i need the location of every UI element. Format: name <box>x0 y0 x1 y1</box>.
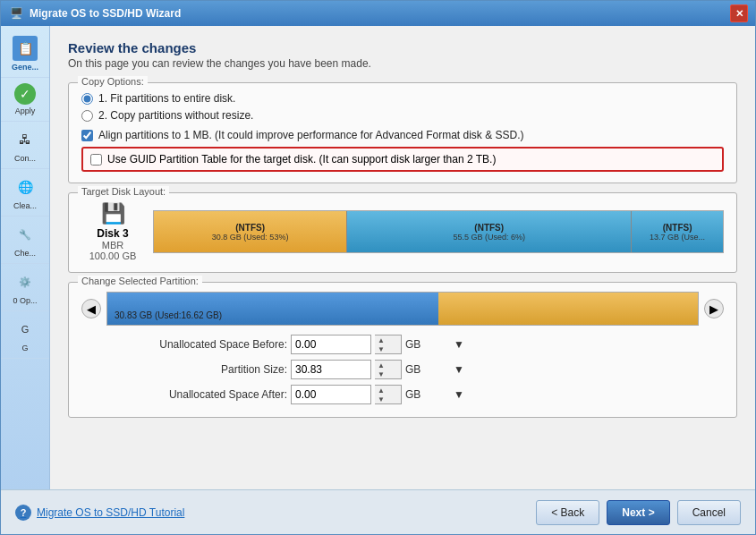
sidebar-label-g: G <box>21 344 28 352</box>
partition-size-field-label: Partition Size: <box>108 363 287 376</box>
copy-options-label: Copy Options: <box>78 76 148 87</box>
page-subtitle: On this page you can review the changes … <box>68 57 737 70</box>
sidebar-label-clean: Clea... <box>13 201 37 210</box>
cancel-button[interactable]: Cancel <box>677 500 741 525</box>
partition-1-size: 30.8 GB (Used: 53%) <box>212 233 289 242</box>
disk-layout-label: Target Disk Layout: <box>78 186 169 197</box>
checkbox-guid[interactable] <box>90 154 102 166</box>
disk-layout-section: Target Disk Layout: 💾 Disk 3 MBR 100.00 … <box>68 192 737 273</box>
partition-bar: (NTFS) 30.8 GB (Used: 53%) (NTFS) 55.5 G… <box>153 210 724 253</box>
radio-option-1[interactable]: 1. Fit partitions to entire disk. <box>81 92 724 105</box>
sidebar-label-apply: Apply <box>15 106 36 115</box>
disk-icon: 💾 <box>81 202 144 225</box>
copy-options-section: Copy Options: 1. Fit partitions to entir… <box>68 82 737 183</box>
unallocated-before-up[interactable]: ▲ <box>375 335 387 344</box>
radio-label-2: 2. Copy partitions without resize. <box>98 109 253 122</box>
help-icon: ? <box>15 505 31 521</box>
partition-3-type: (NTFS) <box>663 223 692 233</box>
sidebar-label-check: Che... <box>14 249 36 258</box>
sidebar-icon-general: 📋 <box>13 36 38 61</box>
unallocated-before-dropdown[interactable]: ▼ <box>454 338 480 351</box>
sidebar-item-apply[interactable]: ✓ Apply <box>1 78 49 122</box>
sidebar-icon-copy: 🖧 <box>13 127 38 152</box>
sidebar-item-copy[interactable]: 🖧 Con... <box>1 122 49 169</box>
unallocated-after-up[interactable]: ▲ <box>375 386 387 395</box>
checkbox-align-label: Align partitions to 1 MB. (It could impr… <box>98 129 524 141</box>
main-content: 📋 Gene... ✓ Apply 🖧 Con... 🌐 Clea... 🔧 C… <box>1 26 755 489</box>
radio-input-2[interactable] <box>81 110 93 122</box>
sidebar-icon-zero: ⚙️ <box>13 269 38 294</box>
partition-slider-row: ◀ 30.83 GB (Used:16.62 GB) ▶ <box>81 292 724 326</box>
sidebar-icon-g: G <box>13 317 38 342</box>
partition-2[interactable]: (NTFS) 55.5 GB (Used: 6%) <box>347 211 632 252</box>
radio-group: 1. Fit partitions to entire disk. 2. Cop… <box>81 92 724 122</box>
partition-visual: 30.83 GB (Used:16.62 GB) <box>106 292 699 326</box>
partition-2-size: 55.5 GB (Used: 6%) <box>453 233 525 242</box>
sidebar-label-general: Gene... <box>12 63 38 72</box>
sidebar: 📋 Gene... ✓ Apply 🖧 Con... 🌐 Clea... 🔧 C… <box>1 26 50 489</box>
disk-type: MBR <box>81 240 144 251</box>
sidebar-icon-check: 🔧 <box>13 222 38 247</box>
content-panel: Review the changes On this page you can … <box>50 26 755 489</box>
sidebar-item-general[interactable]: 📋 Gene... <box>1 30 49 78</box>
page-title: Review the changes <box>68 40 737 55</box>
partition-fields: Unallocated Space Before: ▲ ▼ GB ▼ Parti… <box>108 335 724 404</box>
back-button[interactable]: < Back <box>536 500 599 525</box>
unallocated-after-spinner: ▲ ▼ <box>375 385 402 404</box>
disk-row: 💾 Disk 3 MBR 100.00 GB (NTFS) 30.8 GB (U… <box>81 202 724 261</box>
unallocated-after-dropdown[interactable]: ▼ <box>454 388 480 401</box>
next-button[interactable]: Next > <box>607 500 669 525</box>
disk-size: 100.00 GB <box>81 251 144 261</box>
partition-1[interactable]: (NTFS) 30.8 GB (Used: 53%) <box>154 211 347 252</box>
partition-size-spinner: ▲ ▼ <box>375 360 402 379</box>
unallocated-after-label: Unallocated Space After: <box>108 388 287 401</box>
partition-size-up[interactable]: ▲ <box>375 361 387 369</box>
radio-option-2[interactable]: 2. Copy partitions without resize. <box>81 109 724 122</box>
unallocated-before-input[interactable] <box>291 335 371 354</box>
sidebar-label-copy: Con... <box>14 154 36 163</box>
window-title: Migrate OS to SSD/HD Wizard <box>30 7 730 20</box>
partition-2-type: (NTFS) <box>474 223 504 233</box>
slider-left-arrow[interactable]: ◀ <box>81 299 101 318</box>
title-icon: 🖥️ <box>8 5 24 21</box>
unallocated-before-label: Unallocated Space Before: <box>108 338 287 351</box>
unallocated-after-input[interactable] <box>291 385 371 404</box>
change-partition-label: Change Selected Partition: <box>78 276 202 286</box>
partition-size-dropdown[interactable]: ▼ <box>454 363 480 376</box>
sidebar-item-zero[interactable]: ⚙️ 0 Op... <box>1 264 49 311</box>
partition-3-size: 13.7 GB (Use... <box>650 233 705 242</box>
partition-size-label: 30.83 GB (Used:16.62 GB) <box>115 310 222 320</box>
main-window: 🖥️ Migrate OS to SSD/HD Wizard ✕ 📋 Gene.… <box>0 0 756 535</box>
help-link-text: Migrate OS to SSD/HD Tutorial <box>37 506 184 519</box>
checkbox-align[interactable] <box>81 130 93 141</box>
radio-input-1[interactable] <box>81 93 93 105</box>
unallocated-before-unit: GB <box>405 338 450 351</box>
unallocated-before-spinner: ▲ ▼ <box>375 335 402 354</box>
sidebar-label-zero: 0 Op... <box>13 296 37 305</box>
sidebar-item-g[interactable]: G G <box>1 311 49 359</box>
partition-size-down[interactable]: ▼ <box>375 369 387 378</box>
partition-size-input[interactable] <box>291 360 371 379</box>
unallocated-before-down[interactable]: ▼ <box>375 344 387 353</box>
checkbox-guid-label: Use GUID Partition Table for the target … <box>107 153 496 166</box>
partition-1-type: (NTFS) <box>235 223 265 233</box>
help-link[interactable]: ? Migrate OS to SSD/HD Tutorial <box>15 505 184 521</box>
radio-label-1: 1. Fit partitions to entire disk. <box>98 92 235 105</box>
partition-3[interactable]: (NTFS) 13.7 GB (Use... <box>632 211 723 252</box>
checkbox-align-row[interactable]: Align partitions to 1 MB. (It could impr… <box>81 129 724 141</box>
slider-right-arrow[interactable]: ▶ <box>704 299 724 318</box>
change-partition-section: Change Selected Partition: ◀ 30.83 GB (U… <box>68 282 737 418</box>
footer: ? Migrate OS to SSD/HD Tutorial < Back N… <box>1 489 755 534</box>
sidebar-icon-clean: 🌐 <box>13 174 38 200</box>
sidebar-item-clean[interactable]: 🌐 Clea... <box>1 169 49 217</box>
close-button[interactable]: ✕ <box>730 4 748 22</box>
disk-name: Disk 3 <box>81 227 144 240</box>
disk-info: 💾 Disk 3 MBR 100.00 GB <box>81 202 144 261</box>
sidebar-check-apply: ✓ <box>14 83 36 105</box>
title-bar: 🖥️ Migrate OS to SSD/HD Wizard ✕ <box>1 1 755 26</box>
sidebar-item-check[interactable]: 🔧 Che... <box>1 217 49 264</box>
footer-buttons: < Back Next > Cancel <box>536 500 741 525</box>
unallocated-after-down[interactable]: ▼ <box>375 395 387 403</box>
partition-size-unit: GB <box>405 363 450 376</box>
unallocated-after-unit: GB <box>405 388 450 401</box>
